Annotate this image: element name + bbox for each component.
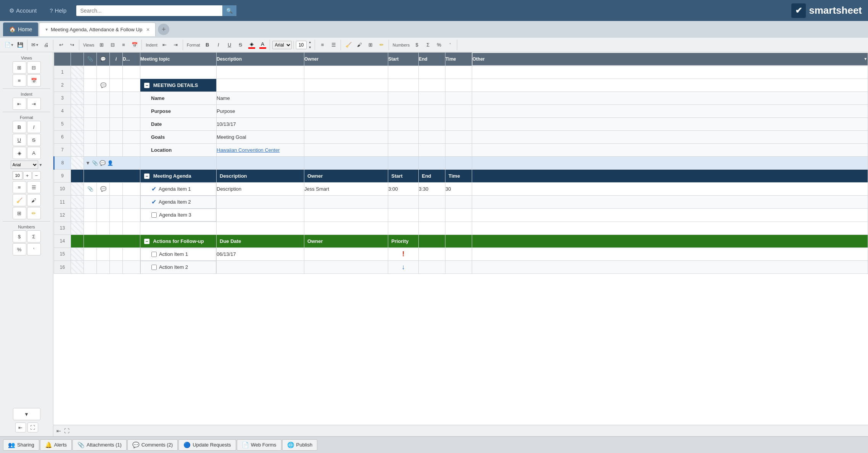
cell-10-owner[interactable]: Jess Smart: [304, 182, 388, 196]
cell-11-time[interactable]: [445, 196, 472, 209]
actions-collapse-icon[interactable]: −: [144, 239, 149, 244]
left-font-color-button[interactable]: A: [27, 147, 41, 159]
cell-15-priority[interactable]: !: [388, 247, 419, 261]
cell-9-time[interactable]: Time: [445, 169, 472, 182]
cell-10-attach[interactable]: 📎: [84, 182, 97, 196]
cell-7-start[interactable]: [388, 143, 419, 156]
gantt-view-button[interactable]: ≡: [118, 40, 129, 50]
left-font-size-plus[interactable]: +: [23, 171, 32, 180]
search-button[interactable]: 🔍: [222, 5, 236, 16]
left-grid-view-button[interactable]: ⊞: [13, 61, 26, 74]
cell-5-topic[interactable]: Date: [140, 117, 217, 130]
cell-2-other[interactable]: [472, 79, 868, 92]
sheet-tab-close[interactable]: ✕: [146, 27, 150, 32]
grid-view-button[interactable]: ⊞: [96, 40, 107, 50]
cell-13-time[interactable]: [445, 222, 472, 235]
sum-button[interactable]: Σ: [423, 40, 433, 50]
cell-7-other[interactable]: [472, 143, 868, 156]
pencil-button[interactable]: ✏: [376, 40, 387, 50]
align-center-button[interactable]: ☰: [328, 40, 339, 50]
row-dropdown-icon[interactable]: ▼: [85, 160, 90, 166]
cell-15-time[interactable]: [445, 247, 472, 261]
cell-10-desc[interactable]: Description: [217, 182, 304, 196]
cell-10-end[interactable]: 3:30: [419, 182, 445, 196]
cell-9-other[interactable]: [472, 169, 868, 182]
cell-14-owner[interactable]: Owner: [304, 235, 388, 247]
left-gantt-view-button[interactable]: ≡: [13, 74, 26, 87]
cell-1-end[interactable]: [419, 66, 445, 79]
cell-16-topic[interactable]: Action Item 2: [140, 261, 216, 274]
cell-12-desc[interactable]: [217, 209, 304, 222]
cell-12-other[interactable]: [472, 209, 868, 222]
cell-16-other[interactable]: [472, 261, 868, 274]
redo-button[interactable]: ↪: [67, 40, 77, 50]
left-indent-right-button[interactable]: ⇥: [27, 98, 41, 110]
add-tab-button[interactable]: +: [158, 24, 169, 35]
cell-3-topic[interactable]: Name: [140, 92, 217, 104]
cell-12-time[interactable]: [445, 209, 472, 222]
checkbox-checked-11[interactable]: ✔: [151, 198, 156, 206]
grid-wrap[interactable]: 📎 💬 i D... Meeting topic Description Own…: [53, 52, 868, 425]
italic-button[interactable]: I: [213, 40, 224, 50]
erase-format-button[interactable]: 🧹: [343, 40, 354, 50]
cell-14-topic[interactable]: − Actions for Follow-up: [140, 235, 217, 247]
new-button[interactable]: 📄 ▼: [4, 40, 14, 50]
table-button[interactable]: ⊞: [365, 40, 376, 50]
email-button[interactable]: ✉ ▼: [30, 40, 40, 50]
calendar-view-button[interactable]: 📅: [129, 40, 140, 50]
percent-button[interactable]: %: [434, 40, 444, 50]
cell-14-other[interactable]: [472, 235, 868, 247]
header-other[interactable]: Other ▼: [472, 53, 868, 66]
cell-3-time[interactable]: [445, 92, 472, 104]
cell-9-start[interactable]: Start: [388, 169, 419, 182]
cell-1-owner[interactable]: [304, 66, 388, 79]
cell-6-desc[interactable]: Meeting Goal: [217, 130, 304, 143]
cell-3-end[interactable]: [419, 92, 445, 104]
cell-1-other[interactable]: [472, 66, 868, 79]
fill-color-button[interactable]: ◈: [246, 40, 257, 50]
row-comment-icon[interactable]: 💬: [100, 160, 106, 166]
left-calendar-view-button[interactable]: 📅: [27, 74, 41, 87]
left-align-left-button[interactable]: ≡: [13, 181, 26, 193]
cell-6-end[interactable]: [419, 130, 445, 143]
cell-14-priority[interactable]: Priority: [388, 235, 419, 247]
cell-9-topic[interactable]: − Meeting Agenda: [140, 169, 217, 182]
comments-tab[interactable]: 💬 Comments (2): [127, 439, 178, 451]
cell-3-owner[interactable]: [304, 92, 388, 104]
font-size-up[interactable]: ▲: [307, 40, 313, 45]
cell-16-priority[interactable]: ↓: [388, 261, 419, 274]
cell-15-owner[interactable]: [304, 247, 388, 261]
row-user-icon[interactable]: 👤: [107, 160, 113, 166]
left-underline-button[interactable]: U: [13, 134, 26, 146]
update-requests-tab[interactable]: 🔵 Update Requests: [178, 439, 236, 451]
search-input[interactable]: [76, 5, 222, 16]
bold-button[interactable]: B: [202, 40, 213, 50]
cell-12-owner[interactable]: [304, 209, 388, 222]
cell-5-time[interactable]: [445, 117, 472, 130]
cell-11-topic[interactable]: ✔ Agenda Item 2: [140, 196, 216, 209]
left-font-name-select[interactable]: Arial: [11, 161, 38, 169]
cell-14-duedate[interactable]: Due Date: [217, 235, 304, 247]
cell-16-end[interactable]: [419, 261, 445, 274]
left-sum-button[interactable]: Σ: [27, 230, 41, 243]
left-font-size-input[interactable]: [13, 171, 23, 180]
header-end[interactable]: End: [419, 53, 445, 66]
cell-13-desc[interactable]: [217, 222, 304, 235]
align-left-button[interactable]: ≡: [317, 40, 328, 50]
hawaiian-convention-link[interactable]: Hawaiian Convention Center: [217, 147, 280, 153]
account-button[interactable]: ⚙ Account: [6, 6, 40, 16]
cell-2-desc[interactable]: [217, 79, 304, 92]
cell-15-topic[interactable]: Action Item 1: [140, 248, 216, 261]
left-comma-button[interactable]: ': [27, 243, 41, 255]
cell-10-start[interactable]: 3:00: [388, 182, 419, 196]
underline-button[interactable]: U: [224, 40, 235, 50]
left-strikethrough-button[interactable]: S: [27, 134, 41, 146]
nav-expand-button[interactable]: ⛶: [27, 422, 38, 432]
cell-1-start[interactable]: [388, 66, 419, 79]
nav-left-button[interactable]: ⇤: [15, 422, 26, 432]
cell-1-topic[interactable]: [140, 66, 217, 79]
cell-6-other[interactable]: [472, 130, 868, 143]
left-table-button[interactable]: ⊞: [13, 207, 26, 219]
sheet-tab[interactable]: ▼ Meeting Agenda, Attendance & Follow Up…: [39, 22, 156, 36]
cell-1-time[interactable]: [445, 66, 472, 79]
